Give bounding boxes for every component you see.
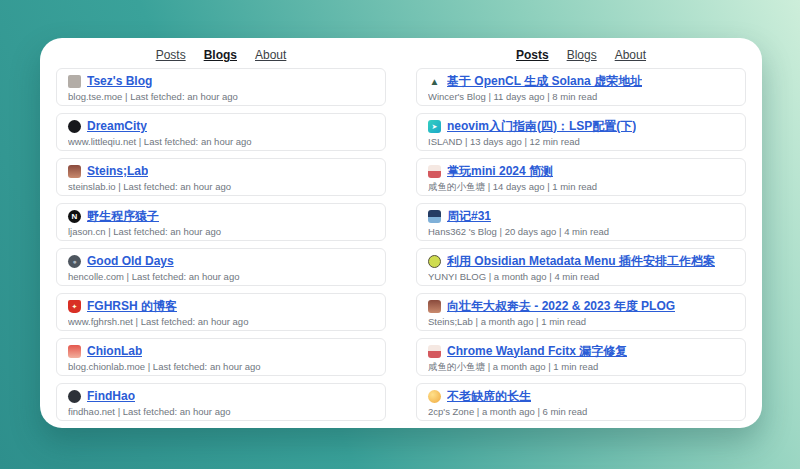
post-link[interactable]: 掌玩mini 2024 简测 [447, 163, 553, 180]
post-meta: YUNYI BLOG | a month ago | 4 min read [428, 271, 734, 282]
blogs-panel: Posts Blogs About Tsez's Blog blog.tse.m… [56, 44, 386, 428]
post-list-item: 周记#31 Hans362 's Blog | 20 days ago | 4 … [416, 203, 746, 241]
post-meta: Wincer's Blog | 11 days ago | 8 min read [428, 91, 734, 102]
blog-list-item: Tsez's Blog blog.tse.moe | Last fetched:… [56, 68, 386, 106]
page-background: { "theme": { "background_teal": "#2e8f8c… [0, 0, 800, 469]
blog-meta: www.fghrsh.net | Last fetched: an hour a… [68, 316, 374, 327]
post-meta: Hans362 's Blog | 20 days ago | 4 min re… [428, 226, 734, 237]
nav-about-link[interactable]: About [255, 48, 286, 62]
post-link[interactable]: 不老缺席的长生 [447, 388, 531, 405]
blog-link[interactable]: Good Old Days [87, 254, 174, 268]
nav-posts-link[interactable]: Posts [516, 48, 549, 62]
blog-meta: ljason.cn | Last fetched: an hour ago [68, 226, 374, 237]
post-meta: ISLAND | 13 days ago | 12 min read [428, 136, 734, 147]
posts-panel: Posts Blogs About ▲基于 OpenCL 生成 Solana 虚… [416, 44, 746, 428]
post-meta: 咸鱼的小鱼塘 | 14 days ago | 1 min read [428, 181, 734, 192]
post-list-item: 向壮年大叔奔去 - 2022 & 2023 年度 PLOG Steins;Lab… [416, 293, 746, 331]
favicon-icon [68, 75, 81, 88]
post-meta: 2cp's Zone | a month ago | 6 min read [428, 406, 734, 417]
blog-list-item: DreamCity www.littleqiu.net | Last fetch… [56, 113, 386, 151]
app-window: Posts Blogs About Tsez's Blog blog.tse.m… [40, 38, 762, 428]
post-list-item: ➤neovim入门指南(四)：LSP配置(下) ISLAND | 13 days… [416, 113, 746, 151]
blog-link[interactable]: 野生程序猿子 [87, 208, 159, 225]
post-link[interactable]: 周记#31 [447, 208, 491, 225]
post-meta: 咸鱼的小鱼塘 | a month ago | 1 min read [428, 361, 734, 372]
favicon-icon: N [68, 210, 81, 223]
post-list-item: Chrome Wayland Fcitx 漏字修复 咸鱼的小鱼塘 | a mon… [416, 338, 746, 376]
posts-panel-nav: Posts Blogs About [416, 44, 746, 68]
blog-link[interactable]: DreamCity [87, 119, 147, 133]
favicon-icon [428, 210, 441, 223]
blogs-panel-nav: Posts Blogs About [56, 44, 386, 68]
blog-list-item: N野生程序猿子 ljason.cn | Last fetched: an hou… [56, 203, 386, 241]
blog-link[interactable]: Tsez's Blog [87, 74, 152, 88]
blog-link[interactable]: ChionLab [87, 344, 142, 358]
post-link[interactable]: neovim入门指南(四)：LSP配置(下) [447, 118, 636, 135]
blog-link[interactable]: FGHRSH 的博客 [87, 298, 177, 315]
blog-meta: blog.tse.moe | Last fetched: an hour ago [68, 91, 374, 102]
post-list-item: 掌玩mini 2024 简测 咸鱼的小鱼塘 | 14 days ago | 1 … [416, 158, 746, 196]
favicon-icon: ➤ [428, 120, 441, 133]
post-link[interactable]: 向壮年大叔奔去 - 2022 & 2023 年度 PLOG [447, 298, 675, 315]
favicon-icon [428, 390, 441, 403]
post-meta: Steins;Lab | a month ago | 1 min read [428, 316, 734, 327]
blog-meta: hencolle.com | Last fetched: an hour ago [68, 271, 374, 282]
post-list-item: 利用 Obsidian Metadata Menu 插件安排工作档案 YUNYI… [416, 248, 746, 286]
blog-list-item: FindHao findhao.net | Last fetched: an h… [56, 383, 386, 421]
favicon-icon [68, 390, 81, 403]
post-link[interactable]: 利用 Obsidian Metadata Menu 插件安排工作档案 [447, 253, 715, 270]
post-list-item: ▲基于 OpenCL 生成 Solana 虚荣地址 Wincer's Blog … [416, 68, 746, 106]
blog-list-item: ✦FGHRSH 的博客 www.fghrsh.net | Last fetche… [56, 293, 386, 331]
blog-link[interactable]: FindHao [87, 389, 135, 403]
favicon-icon: ✦ [68, 300, 81, 313]
blog-list-item: Steins;Lab steinslab.io | Last fetched: … [56, 158, 386, 196]
favicon-icon [68, 165, 81, 178]
blog-meta: www.littleqiu.net | Last fetched: an hou… [68, 136, 374, 147]
nav-about-link[interactable]: About [615, 48, 646, 62]
blog-meta: findhao.net | Last fetched: an hour ago [68, 406, 374, 417]
blog-link[interactable]: Steins;Lab [87, 164, 148, 178]
blog-list-item: ●Good Old Days hencolle.com | Last fetch… [56, 248, 386, 286]
blog-meta: steinslab.io | Last fetched: an hour ago [68, 181, 374, 192]
favicon-icon [428, 345, 441, 358]
favicon-icon: ● [68, 255, 81, 268]
favicon-icon [68, 120, 81, 133]
favicon-icon [428, 255, 441, 268]
favicon-icon [428, 165, 441, 178]
nav-blogs-link[interactable]: Blogs [567, 48, 597, 62]
blog-list-item: ChionLab blog.chionlab.moe | Last fetche… [56, 338, 386, 376]
favicon-icon: ▲ [428, 75, 441, 88]
post-list-item: 不老缺席的长生 2cp's Zone | a month ago | 6 min… [416, 383, 746, 421]
post-link[interactable]: Chrome Wayland Fcitx 漏字修复 [447, 343, 627, 360]
nav-blogs-link[interactable]: Blogs [204, 48, 237, 62]
nav-posts-link[interactable]: Posts [156, 48, 186, 62]
favicon-icon [428, 300, 441, 313]
post-link[interactable]: 基于 OpenCL 生成 Solana 虚荣地址 [447, 73, 642, 90]
favicon-icon [68, 345, 81, 358]
blog-meta: blog.chionlab.moe | Last fetched: an hou… [68, 361, 374, 372]
